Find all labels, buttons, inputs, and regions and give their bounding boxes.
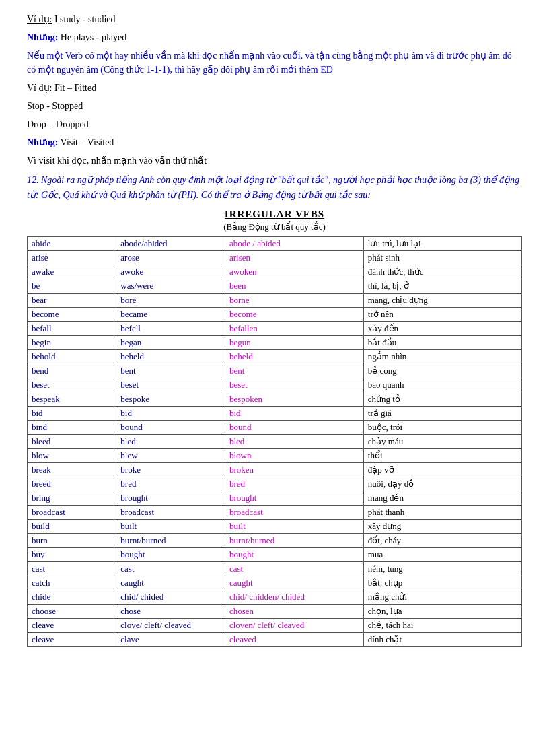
table-row: bring brought brought mang đến: [28, 491, 522, 505]
line-vidu1: Ví dụ: I study - studied: [27, 12, 522, 26]
table-row: awake awoke awoken đánh thức, thức: [28, 265, 522, 279]
table-row: bid bid bid trả giá: [28, 406, 522, 420]
table-row: choose chose chosen chọn, lựa: [28, 604, 522, 618]
nhung1-label: Nhưng:: [27, 32, 58, 42]
cell-meaning: lưu trú, lưu lại: [363, 236, 521, 250]
table-row: buy bought bought mua: [28, 547, 522, 561]
table-row: break broke broken đập vỡ: [28, 462, 522, 477]
table-row: arise arose arisen phát sinh: [28, 250, 522, 265]
table-row: bespeak bespoke bespoken chứng tỏ: [28, 392, 522, 406]
table-row: breed bred bred nuôi, dạy dỗ: [28, 477, 522, 491]
table-title: IRREGULAR VEBS: [27, 209, 522, 220]
vidu1-text: I study - studied: [54, 14, 116, 24]
line-stop: Stop - Stopped: [27, 99, 522, 113]
nhung2-text: Visit – Visited: [61, 137, 114, 147]
table-row: be was/were been thì, là, bị, ở: [28, 279, 522, 293]
vidu2-text: Fit – Fitted: [54, 83, 96, 93]
content-wrapper: Ví dụ: I study - studied Nhưng: He plays…: [27, 12, 522, 647]
table-row: build built built xây dựng: [28, 519, 522, 533]
table-row: befall befell befallen xảy đến: [28, 321, 522, 335]
table-subtitle: (Bảng Động từ bất quy tắc): [27, 221, 522, 232]
vidu1-label: Ví dụ:: [27, 14, 52, 24]
table-row: blow blew blown thổi: [28, 448, 522, 462]
table-row: burn burnt/burned burnt/burned đốt, cháy: [28, 533, 522, 547]
table-row: catch caught caught bắt, chụp: [28, 576, 522, 590]
table-row: abide abode/abided abode / abided lưu tr…: [28, 236, 522, 250]
table-row: bear bore borne mang, chịu đựng: [28, 293, 522, 307]
table-row: begin began begun bắt đầu: [28, 335, 522, 349]
cell-past: abode/abided: [116, 236, 225, 250]
nhung2-label: Nhưng:: [27, 137, 58, 147]
cell-base: abide: [28, 236, 116, 250]
line-nhung2: Nhưng: Visit – Visited: [27, 135, 522, 149]
table-row: beset beset beset bao quanh: [28, 378, 522, 392]
nhung1-text: He plays - played: [61, 32, 126, 42]
table-row: bleed bled bled chảy máu: [28, 434, 522, 448]
table-row: chide chid/ chided chid/ chidden/ chided…: [28, 590, 522, 604]
line-note1: Vì visit khi đọc, nhấn mạnh vào vần thứ …: [27, 153, 522, 168]
line-rule2: 12. Ngoài ra ngữ pháp tiếng Anh còn quy …: [27, 173, 522, 203]
table-row: cleave clave cleaved dính chặt: [28, 632, 522, 646]
irregular-verbs-table: abide abode/abided abode / abided lưu tr…: [27, 236, 522, 647]
line-nhung1: Nhưng: He plays - played: [27, 30, 522, 44]
line-vidu2: Ví dụ: Fit – Fitted: [27, 81, 522, 95]
table-row: bind bound bound buộc, trói: [28, 420, 522, 434]
table-row: broadcast broadcast broadcast phát thanh: [28, 505, 522, 519]
line-drop: Drop – Dropped: [27, 117, 522, 131]
table-row: behold beheld beheld ngắm nhìn: [28, 349, 522, 364]
table-row: bend bent bent bẻ cong: [28, 364, 522, 378]
table-row: cleave clove/ cleft/ cleaved cloven/ cle…: [28, 618, 522, 632]
line-rule1: Nếu một Verb có một hay nhiều vần mà khi…: [27, 48, 522, 77]
cell-pp: abode / abided: [225, 236, 363, 250]
vidu2-label: Ví dụ:: [27, 83, 52, 93]
table-row: become became become trở nên: [28, 307, 522, 321]
table-row: cast cast cast ném, tung: [28, 561, 522, 576]
